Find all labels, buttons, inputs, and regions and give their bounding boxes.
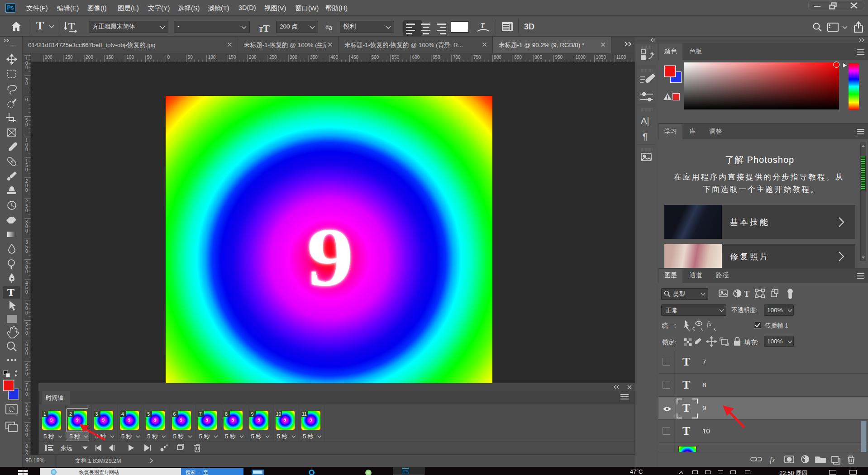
svg-text:750: 750 <box>473 55 481 60</box>
svg-text:0: 0 <box>25 65 28 70</box>
svg-text:600: 600 <box>412 55 420 60</box>
svg-text:300: 300 <box>45 55 52 60</box>
svg-text:0: 0 <box>25 228 28 233</box>
svg-text:T: T <box>263 23 270 34</box>
svg-text:950: 950 <box>555 55 563 60</box>
svg-text:1000: 1000 <box>576 55 586 60</box>
svg-text:200: 200 <box>249 55 257 60</box>
svg-text:0: 0 <box>25 122 28 127</box>
svg-text:0: 0 <box>25 249 28 254</box>
svg-text:500: 500 <box>372 55 379 60</box>
svg-text:fx: fx <box>770 456 775 464</box>
svg-text:150: 150 <box>106 55 114 60</box>
svg-text:650: 650 <box>433 55 440 60</box>
svg-text:fx: fx <box>707 321 712 328</box>
svg-text:0: 0 <box>25 81 28 86</box>
svg-text:0: 0 <box>25 310 28 315</box>
svg-text:0: 0 <box>25 167 28 172</box>
svg-text:0: 0 <box>25 188 28 193</box>
svg-text:0: 0 <box>25 269 28 274</box>
svg-text:0: 0 <box>25 351 28 356</box>
svg-text:T: T <box>480 21 485 30</box>
svg-text:T: T <box>68 21 75 32</box>
svg-text:永远: 永远 <box>61 445 72 451</box>
svg-text:0: 0 <box>25 392 28 397</box>
svg-text:300: 300 <box>290 55 297 60</box>
svg-text:0: 0 <box>25 208 28 213</box>
svg-text:0: 0 <box>25 412 28 417</box>
svg-text:T: T <box>744 290 749 299</box>
svg-text:0: 0 <box>25 290 28 294</box>
svg-text:0: 0 <box>25 97 28 102</box>
svg-text:¶: ¶ <box>643 132 648 142</box>
svg-text:450: 450 <box>351 55 358 60</box>
svg-text:0: 0 <box>25 371 28 376</box>
svg-text:A|: A| <box>641 116 649 126</box>
svg-text:50: 50 <box>188 55 193 60</box>
svg-text:350: 350 <box>310 55 318 60</box>
svg-text:0: 0 <box>25 147 28 152</box>
svg-text:900: 900 <box>534 55 542 60</box>
svg-text:200: 200 <box>86 55 93 60</box>
svg-text:550: 550 <box>392 55 400 60</box>
svg-text:50: 50 <box>147 55 152 60</box>
svg-text:1100: 1100 <box>616 55 626 60</box>
svg-text:0: 0 <box>167 55 170 60</box>
svg-text:850: 850 <box>514 55 522 60</box>
svg-text:250: 250 <box>65 55 73 60</box>
svg-text:250: 250 <box>269 55 277 60</box>
svg-text:0: 0 <box>25 432 28 437</box>
svg-text:400: 400 <box>330 55 338 60</box>
svg-text:800: 800 <box>494 55 501 60</box>
svg-text:100: 100 <box>208 55 216 60</box>
svg-text:700: 700 <box>453 55 461 60</box>
svg-text:0: 0 <box>25 331 28 336</box>
svg-text:150: 150 <box>229 55 236 60</box>
svg-text:1050: 1050 <box>596 55 606 60</box>
svg-text:100: 100 <box>126 55 134 60</box>
